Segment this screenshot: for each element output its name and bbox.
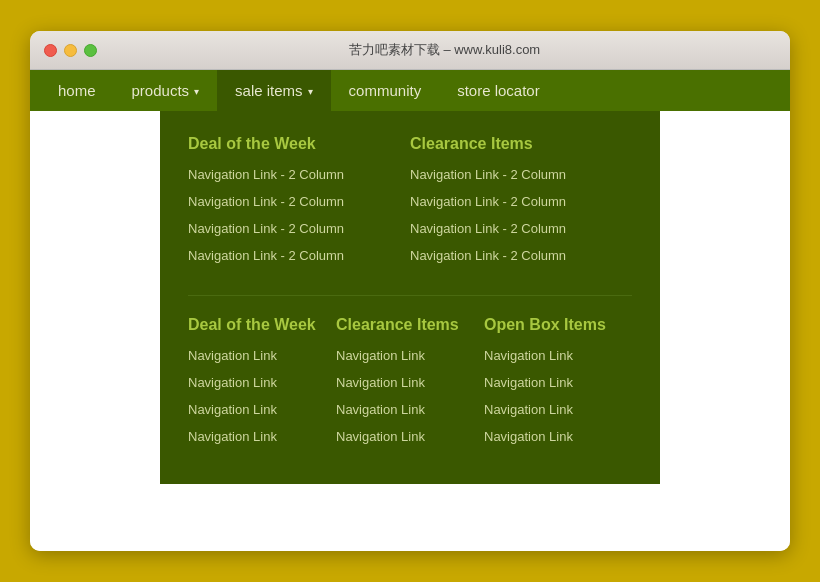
nav-item-sale-items[interactable]: sale items ▾ [217, 70, 331, 111]
three-col-heading-1: Deal of the Week [188, 316, 336, 334]
three-col-col1: Deal of the Week Navigation Link Navigat… [188, 316, 336, 456]
three-col-link-1-2[interactable]: Navigation Link [188, 375, 336, 390]
nav-item-community[interactable]: community [331, 70, 440, 111]
two-col-link-2-1[interactable]: Navigation Link - 2 Column [410, 167, 632, 182]
three-col-heading-2: Clearance Items [336, 316, 484, 334]
nav-item-store-locator[interactable]: store locator [439, 70, 558, 111]
two-col-link-2-2[interactable]: Navigation Link - 2 Column [410, 194, 632, 209]
three-col-col3: Open Box Items Navigation Link Navigatio… [484, 316, 632, 456]
three-col-link-3-4[interactable]: Navigation Link [484, 429, 632, 444]
three-col-heading-3: Open Box Items [484, 316, 632, 334]
minimize-button[interactable] [64, 44, 77, 57]
two-col-section: Deal of the Week Navigation Link - 2 Col… [188, 135, 632, 275]
two-col-link-1-3[interactable]: Navigation Link - 2 Column [188, 221, 410, 236]
three-col-link-2-3[interactable]: Navigation Link [336, 402, 484, 417]
three-col-section: Deal of the Week Navigation Link Navigat… [188, 316, 632, 456]
sale-items-dropdown: Deal of the Week Navigation Link - 2 Col… [160, 111, 660, 484]
nav-item-products[interactable]: products ▾ [114, 70, 218, 111]
products-dropdown-arrow: ▾ [194, 86, 199, 97]
two-col-heading-1: Deal of the Week [188, 135, 410, 153]
three-col-link-1-4[interactable]: Navigation Link [188, 429, 336, 444]
browser-title: 苦力吧素材下载 – www.kuli8.com [113, 41, 776, 59]
three-col-col2: Clearance Items Navigation Link Navigati… [336, 316, 484, 456]
nav-item-home[interactable]: home [40, 70, 114, 111]
navigation-bar: home products ▾ sale items ▾ community s… [30, 70, 790, 111]
close-button[interactable] [44, 44, 57, 57]
traffic-lights [44, 44, 97, 57]
two-col-link-1-4[interactable]: Navigation Link - 2 Column [188, 248, 410, 263]
three-col-link-3-1[interactable]: Navigation Link [484, 348, 632, 363]
three-col-link-2-1[interactable]: Navigation Link [336, 348, 484, 363]
two-col-heading-2: Clearance Items [410, 135, 632, 153]
dropdown-divider [188, 295, 632, 296]
three-col-link-1-3[interactable]: Navigation Link [188, 402, 336, 417]
two-col-link-1-1[interactable]: Navigation Link - 2 Column [188, 167, 410, 182]
two-col-link-2-4[interactable]: Navigation Link - 2 Column [410, 248, 632, 263]
two-col-link-1-2[interactable]: Navigation Link - 2 Column [188, 194, 410, 209]
three-col-link-2-2[interactable]: Navigation Link [336, 375, 484, 390]
browser-content: Deal of the Week Navigation Link - 2 Col… [30, 111, 790, 551]
three-col-link-3-2[interactable]: Navigation Link [484, 375, 632, 390]
three-col-link-1-1[interactable]: Navigation Link [188, 348, 336, 363]
browser-window: 苦力吧素材下载 – www.kuli8.com home products ▾ … [30, 31, 790, 551]
maximize-button[interactable] [84, 44, 97, 57]
three-col-link-2-4[interactable]: Navigation Link [336, 429, 484, 444]
two-col-col2: Clearance Items Navigation Link - 2 Colu… [410, 135, 632, 275]
two-col-col1: Deal of the Week Navigation Link - 2 Col… [188, 135, 410, 275]
three-col-link-3-3[interactable]: Navigation Link [484, 402, 632, 417]
two-col-link-2-3[interactable]: Navigation Link - 2 Column [410, 221, 632, 236]
titlebar: 苦力吧素材下载 – www.kuli8.com [30, 31, 790, 70]
sale-items-dropdown-arrow: ▾ [308, 86, 313, 97]
